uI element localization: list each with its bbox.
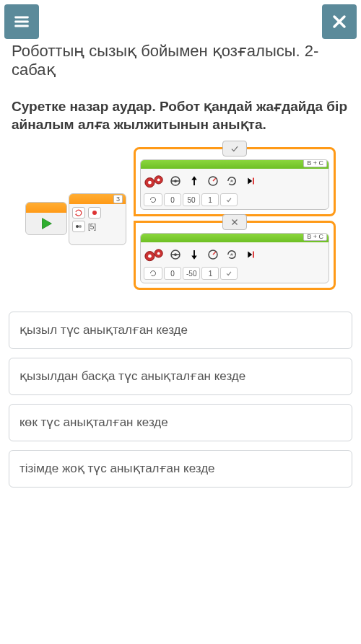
start-block bbox=[25, 202, 67, 235]
steering-icon bbox=[167, 172, 184, 190]
loop-iterations: [5] bbox=[88, 223, 96, 231]
param-power: 0 bbox=[164, 193, 181, 206]
svg-point-9 bbox=[148, 181, 152, 185]
play-icon bbox=[38, 216, 54, 231]
param-brake-check bbox=[220, 267, 238, 280]
motor-block-forward: B + C # 0 50 1 bbox=[140, 159, 329, 210]
mode-hash-icon bbox=[144, 193, 162, 206]
color-sensor-icon bbox=[88, 207, 101, 219]
svg-rect-37 bbox=[253, 252, 254, 258]
svg-line-18 bbox=[213, 178, 216, 181]
svg-marker-32 bbox=[191, 256, 197, 260]
sensor-type-icon bbox=[72, 221, 85, 232]
motor-ports: B + C bbox=[303, 233, 327, 241]
svg-marker-36 bbox=[248, 252, 252, 258]
rotations-icon: # bbox=[223, 172, 240, 190]
svg-point-5 bbox=[92, 211, 97, 215]
svg-point-27 bbox=[157, 252, 160, 255]
loop-arrow-icon bbox=[72, 207, 85, 219]
motor-wheels-icon bbox=[144, 246, 165, 263]
svg-marker-3 bbox=[43, 219, 52, 229]
motor-ports: B + C bbox=[303, 159, 327, 167]
motor-block-backward: B + C # 0 -50 1 bbox=[140, 233, 329, 283]
svg-text:#: # bbox=[230, 179, 233, 183]
svg-line-34 bbox=[213, 252, 216, 255]
svg-rect-21 bbox=[253, 178, 254, 185]
svg-rect-0 bbox=[14, 16, 29, 18]
switch-false-branch: B + C # 0 -50 1 bbox=[134, 221, 336, 290]
svg-marker-20 bbox=[248, 178, 252, 185]
rotations-icon: # bbox=[223, 246, 240, 263]
answer-options: қызыл түс анықталған кезде қызылдан басқ… bbox=[0, 312, 361, 502]
motor-wheels-icon bbox=[144, 172, 165, 190]
option-3[interactable]: көк түс анықталған кезде bbox=[9, 404, 352, 441]
option-2[interactable]: қызылдан басқа түс анықталған кезде bbox=[9, 358, 352, 395]
param-value: 1 bbox=[201, 193, 219, 206]
arrow-down-icon bbox=[186, 246, 203, 263]
svg-point-30 bbox=[174, 253, 177, 256]
false-tab bbox=[222, 214, 247, 230]
param-rotations: -50 bbox=[183, 267, 200, 280]
loop-block: 3 [5] bbox=[69, 193, 126, 245]
param-rotations: 50 bbox=[183, 193, 200, 206]
svg-point-25 bbox=[148, 255, 152, 258]
brake-icon bbox=[242, 246, 259, 263]
param-brake-check bbox=[220, 193, 238, 206]
svg-point-7 bbox=[79, 225, 82, 228]
svg-rect-2 bbox=[14, 25, 29, 27]
brake-icon bbox=[242, 172, 259, 190]
menu-button[interactable] bbox=[4, 4, 39, 39]
svg-point-11 bbox=[157, 178, 160, 181]
program-diagram: 3 [5] B bbox=[0, 147, 361, 312]
question-text: Суретке назар аудар. Робот қандай жағдай… bbox=[0, 87, 361, 147]
svg-point-14 bbox=[174, 180, 177, 182]
check-icon bbox=[230, 144, 240, 154]
power-dial-icon bbox=[204, 172, 222, 190]
param-power: 0 bbox=[164, 267, 181, 280]
option-4[interactable]: тізімде жоқ түс анықталған кезде bbox=[9, 450, 352, 488]
hamburger-icon bbox=[12, 12, 31, 31]
mode-hash-icon bbox=[144, 267, 162, 280]
page-title: Роботтың сызық бойымен қозғалысы. 2-саба… bbox=[0, 39, 361, 87]
svg-marker-16 bbox=[191, 176, 197, 180]
loop-count-badge: 3 bbox=[113, 195, 123, 203]
svg-point-6 bbox=[76, 225, 79, 228]
arrow-up-icon bbox=[186, 172, 203, 190]
power-dial-icon bbox=[204, 246, 222, 263]
switch-true-branch: B + C # 0 50 1 bbox=[134, 147, 336, 216]
svg-text:#: # bbox=[230, 252, 233, 257]
close-icon bbox=[331, 13, 348, 30]
steering-icon bbox=[167, 246, 184, 263]
x-icon bbox=[230, 217, 240, 227]
close-button[interactable] bbox=[322, 4, 357, 39]
true-tab bbox=[222, 141, 247, 156]
param-value: 1 bbox=[201, 267, 219, 280]
option-1[interactable]: қызыл түс анықталған кезде bbox=[9, 312, 352, 349]
svg-rect-1 bbox=[14, 20, 29, 22]
